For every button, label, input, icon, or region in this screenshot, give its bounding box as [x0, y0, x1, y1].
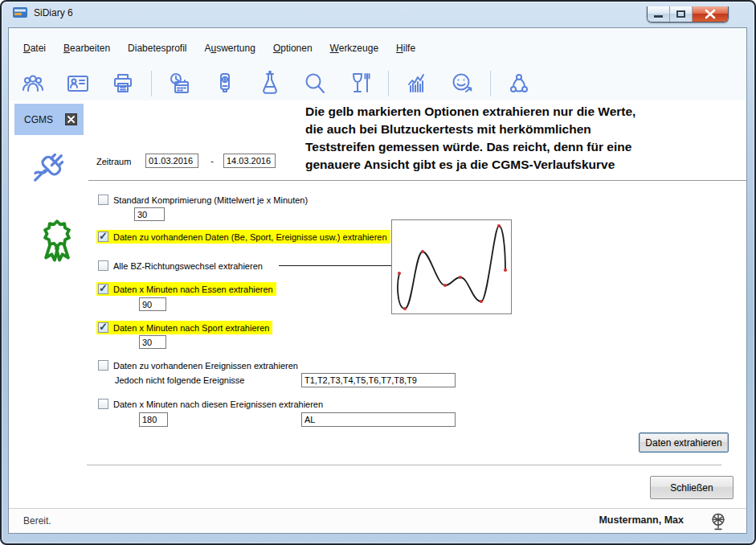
globe-icon: [709, 512, 727, 531]
patient-card-icon[interactable]: [64, 70, 92, 97]
app-icon: [13, 7, 27, 18]
menu-bearbeiten[interactable]: Bearbeiten: [55, 40, 119, 56]
connector-line: [279, 265, 391, 266]
plug-connection-icon[interactable]: [27, 146, 69, 195]
ereignisse-minuten-input[interactable]: [139, 412, 168, 427]
menu-hilfe[interactable]: Hilfe: [387, 40, 424, 56]
option-label[interactable]: Standard Komprimierung (Mittelwert je x …: [113, 195, 308, 205]
option-minuten-nach-ereignissen: Daten x Minuten nach diesen Ereignissen …: [96, 397, 326, 411]
checkbox-vorhandene-ereignisse[interactable]: [98, 360, 108, 371]
option-label[interactable]: Daten zu vorhandenen Daten (Be, Sport, E…: [113, 232, 387, 242]
maximize-icon: [676, 10, 685, 18]
option-bz-richtungswechsel: Alle BZ-Richtungswechsel extrahieren: [96, 259, 266, 272]
toolbar: [19, 68, 533, 99]
option-minuten-nach-sport: Daten x Minuten nach Sport extrahieren: [96, 321, 272, 334]
tab-close-button[interactable]: [65, 113, 77, 125]
award-ribbon-icon[interactable]: [34, 214, 80, 267]
checkbox-minuten-nach-ereignissen[interactable]: [98, 399, 108, 409]
minimize-icon: [654, 15, 663, 18]
info-text: Die gelb markierten Optionen extrahieren…: [305, 103, 635, 174]
checkbox-bz-richtungswechsel[interactable]: [98, 260, 108, 271]
smiley-trend-icon[interactable]: [448, 70, 476, 97]
toolbar-separator: [388, 71, 389, 96]
title-bar[interactable]: SiDiary 6: [0, 0, 756, 27]
tab-cgms[interactable]: CGMS: [14, 104, 84, 135]
lab-flask-icon[interactable]: [256, 70, 284, 97]
current-user: Mustermann, Max: [599, 514, 684, 526]
sport-minuten-input[interactable]: [139, 335, 166, 349]
print-icon[interactable]: [109, 70, 137, 97]
share-network-icon[interactable]: [505, 70, 533, 97]
option-minuten-nach-essen: Daten x Minuten nach Essen extrahieren: [96, 282, 276, 296]
menu-optionen[interactable]: Optionen: [264, 40, 321, 56]
status-bar: Bereit. Mustermann, Max: [9, 508, 746, 533]
option-label[interactable]: Daten x Minuten nach diesen Ereignissen …: [113, 400, 323, 409]
diary-calendar-clock-icon[interactable]: [166, 70, 194, 97]
header-separator: [88, 180, 747, 181]
tab-cgms-label: CGMS: [24, 114, 65, 125]
option-vorhandene-daten: Daten zu vorhandenen Daten (Be, Sport, E…: [96, 230, 390, 244]
glucose-curve-illustration: [391, 219, 512, 314]
option-label[interactable]: Daten x Minuten nach Essen extrahieren: [113, 285, 273, 294]
application-window: SiDiary 6 Datei Bearbeiten Diabetesprofi…: [0, 0, 756, 545]
search-icon[interactable]: [301, 70, 329, 97]
close-dialog-button[interactable]: Schließen: [650, 476, 734, 499]
window-controls: [647, 6, 729, 23]
option-label[interactable]: Alle BZ-Richtungswechsel extrahieren: [113, 261, 263, 271]
option-vorhandene-ereignisse: Daten zu vorhandenen Ereignissen extrahi…: [96, 359, 301, 372]
option-label[interactable]: Daten zu vorhandenen Ereignissen extrahi…: [113, 361, 298, 371]
menu-werkzeuge[interactable]: Werkzeuge: [321, 40, 387, 56]
tab-close-icon: [67, 116, 75, 123]
zeitraum-label: Zeitraum: [96, 157, 131, 166]
minimize-button[interactable]: [648, 6, 670, 22]
exclude-events-input[interactable]: [301, 373, 456, 387]
checkbox-minuten-nach-essen[interactable]: [98, 284, 108, 294]
glucose-meter-icon[interactable]: [211, 70, 239, 97]
menu-bar: Datei Bearbeiten Diabetesprofil Auswertu…: [11, 39, 424, 58]
menu-diabetesprofil[interactable]: Diabetesprofil: [119, 40, 195, 56]
zeitraum-from-input[interactable]: [145, 154, 198, 168]
toolbar-separator: [151, 71, 152, 96]
window-title: SiDiary 6: [34, 7, 73, 18]
patients-icon[interactable]: [19, 70, 47, 97]
checkbox-vorhandene-daten[interactable]: [98, 232, 108, 242]
zeitraum-separator: -: [207, 156, 217, 166]
zeitraum-to-input[interactable]: [223, 154, 276, 168]
footer-separator: [87, 465, 721, 465]
close-icon: [693, 6, 728, 23]
menu-datei[interactable]: Datei: [14, 40, 55, 56]
option-standard-komprimierung: Standard Komprimierung (Mittelwert je x …: [96, 193, 311, 207]
ereignisse-input[interactable]: [301, 412, 456, 427]
statistics-icon[interactable]: [403, 70, 431, 97]
nutrition-glass-fork-icon[interactable]: [346, 70, 374, 97]
toolbar-separator: [490, 71, 491, 96]
close-window-button[interactable]: [693, 6, 728, 22]
exclude-events-label: Jedoch nicht folgende Ereignisse: [115, 375, 244, 385]
menu-auswertung[interactable]: Auswertung: [195, 40, 264, 56]
option-label[interactable]: Daten x Minuten nach Sport extrahieren: [113, 323, 269, 333]
checkbox-standard-komprimierung[interactable]: [98, 195, 108, 205]
status-text: Bereit.: [23, 515, 51, 527]
essen-minuten-input[interactable]: [139, 297, 166, 311]
komprimierung-minuten-input[interactable]: [134, 207, 165, 221]
extract-data-button[interactable]: Daten extrahieren: [639, 432, 729, 453]
maximize-button[interactable]: [670, 6, 693, 22]
checkbox-minuten-nach-sport[interactable]: [98, 322, 108, 333]
